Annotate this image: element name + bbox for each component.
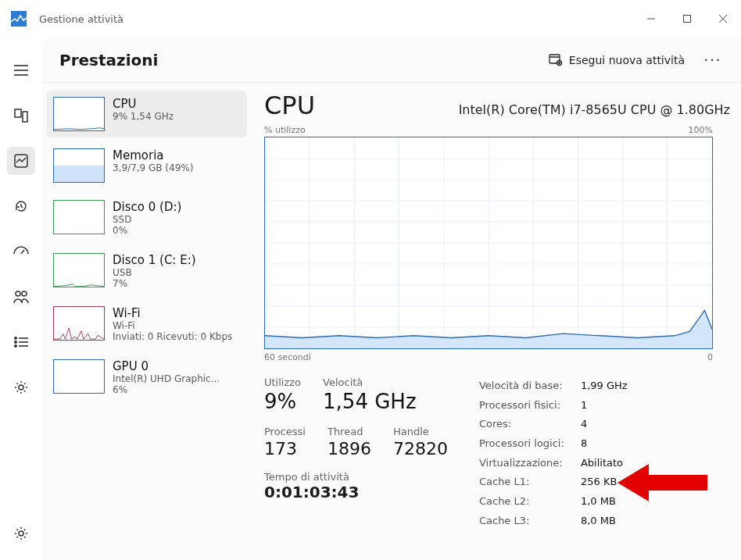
sockets-k: Processori fisici: [479, 396, 581, 416]
svg-rect-8 [15, 109, 21, 117]
util-value: 9% [264, 390, 301, 413]
list-item-disk0[interactable]: Disco 0 (D:)SSD0% [47, 194, 247, 242]
l3-v: 8,0 MB [581, 512, 616, 531]
logical-k: Processori logici: [479, 434, 581, 454]
proc-value: 173 [264, 439, 306, 458]
list-cpu-sub: 9% 1,54 GHz [113, 111, 174, 122]
app-icon [9, 9, 28, 28]
window-controls [633, 6, 741, 31]
list-mem-sub: 3,9/7,9 GB (49%) [113, 162, 193, 173]
chart-xleft: 60 secondi [264, 352, 311, 362]
nav-rail [0, 37, 42, 560]
nav-details-icon[interactable] [7, 328, 35, 356]
close-button[interactable] [705, 6, 741, 31]
cores-k: Cores: [479, 415, 581, 434]
app-title: Gestione attività [39, 13, 633, 25]
disk1-thumb [53, 253, 105, 287]
nav-settings-icon[interactable] [7, 519, 35, 548]
minimize-button[interactable] [633, 6, 669, 31]
list-disk1-sub1: USB [113, 267, 196, 278]
l1-k: Cache L1: [479, 473, 581, 492]
list-item-cpu[interactable]: CPU9% 1,54 GHz [47, 91, 247, 137]
thread-label: Thread [328, 426, 371, 437]
hamburger-icon[interactable] [7, 56, 35, 84]
gpu-thumb [53, 359, 105, 394]
disk0-thumb [53, 200, 105, 234]
page-title: Prestazioni [59, 51, 532, 70]
logical-v: 8 [581, 434, 587, 454]
new-task-button[interactable]: Esegui nuova attività [541, 49, 693, 71]
list-disk1-title: Disco 1 (C: E:) [113, 253, 196, 267]
resource-list: CPU9% 1,54 GHz Memoria3,9/7,9 GB (49%) D… [42, 83, 252, 560]
nav-users-icon[interactable] [7, 283, 35, 311]
nav-history-icon[interactable] [7, 192, 35, 220]
svg-point-20 [19, 385, 23, 390]
thread-value: 1896 [328, 439, 371, 458]
more-button[interactable]: ··· [702, 52, 724, 68]
memory-thumb [53, 148, 105, 183]
list-wifi-title: Wi-Fi [113, 306, 232, 320]
main-area: CPU9% 1,54 GHz Memoria3,9/7,9 GB (49%) D… [42, 83, 741, 560]
new-task-label: Esegui nuova attività [569, 54, 685, 66]
chart-ylabel: % utilizzo [264, 125, 306, 135]
svg-point-18 [15, 345, 16, 347]
list-gpu-title: GPU 0 [113, 359, 220, 373]
svg-rect-2 [684, 16, 691, 23]
list-gpu-sub2: 6% [113, 384, 220, 395]
maximize-button[interactable] [669, 6, 705, 31]
list-disk1-sub2: 7% [113, 278, 196, 289]
util-label: Utilizzo [264, 376, 301, 388]
list-disk0-title: Disco 0 (D:) [113, 200, 181, 214]
list-disk0-sub2: 0% [113, 225, 181, 236]
header: Prestazioni Esegui nuova attività ··· [42, 37, 741, 83]
cpu-chart[interactable] [264, 137, 713, 349]
handle-label: Handle [393, 426, 448, 437]
base-speed-v: 1,99 GHz [581, 376, 628, 396]
l2-v: 1,0 MB [581, 492, 616, 512]
spec-table: Velocità di base:1,99 GHz Processori fis… [479, 376, 628, 531]
new-task-icon [549, 54, 563, 66]
list-item-wifi[interactable]: Wi-FiWi-FiInviati: 0 Ricevuti: 0 Kbps [47, 300, 247, 348]
svg-point-13 [22, 291, 27, 296]
list-gpu-sub1: Intel(R) UHD Graphic... [113, 373, 220, 384]
svg-rect-9 [23, 112, 27, 122]
list-cpu-title: CPU [113, 97, 174, 111]
chart-ymax: 100% [689, 125, 713, 135]
nav-performance-icon[interactable] [7, 147, 35, 175]
cores-v: 4 [581, 415, 587, 434]
cpu-thumb [53, 97, 105, 131]
virt-v: Abilitato [581, 454, 623, 473]
speed-label: Velocità [323, 376, 417, 388]
proc-label: Processi [264, 426, 306, 437]
list-wifi-sub1: Wi-Fi [113, 320, 232, 331]
svg-point-12 [16, 291, 20, 296]
list-item-memory[interactable]: Memoria3,9/7,9 GB (49%) [47, 142, 247, 189]
detail-title: CPU [264, 91, 315, 120]
l3-k: Cache L3: [479, 512, 581, 531]
svg-point-14 [15, 337, 16, 339]
nav-services-icon[interactable] [7, 373, 35, 401]
sockets-v: 1 [581, 396, 587, 416]
uptime-label: Tempo di attività [264, 471, 448, 483]
handle-value: 72820 [393, 439, 448, 458]
l1-v: 256 KB [581, 473, 617, 492]
speed-value: 1,54 GHz [323, 390, 417, 413]
nav-startup-icon[interactable] [7, 237, 35, 266]
list-item-disk1[interactable]: Disco 1 (C: E:)USB7% [47, 247, 247, 295]
l2-k: Cache L2: [479, 492, 581, 512]
svg-line-11 [21, 250, 24, 254]
virt-k: Virtualizzazione: [479, 454, 581, 473]
nav-processes-icon[interactable] [7, 102, 35, 130]
list-wifi-sub2: Inviati: 0 Ricevuti: 0 Kbps [113, 331, 232, 342]
svg-point-16 [15, 341, 16, 343]
list-item-gpu[interactable]: GPU 0Intel(R) UHD Graphic...6% [47, 353, 247, 401]
cpu-model: Intel(R) Core(TM) i7-8565U CPU @ 1.80GHz [459, 102, 730, 117]
wifi-thumb [53, 306, 105, 341]
svg-point-21 [19, 531, 23, 536]
titlebar: Gestione attività [0, 0, 741, 37]
detail-panel: CPU Intel(R) Core(TM) i7-8565U CPU @ 1.8… [252, 83, 741, 560]
list-mem-title: Memoria [113, 148, 193, 162]
content-panel: Prestazioni Esegui nuova attività ··· CP… [42, 37, 741, 560]
base-speed-k: Velocità di base: [479, 376, 581, 396]
uptime-value: 0:01:03:43 [264, 483, 448, 501]
